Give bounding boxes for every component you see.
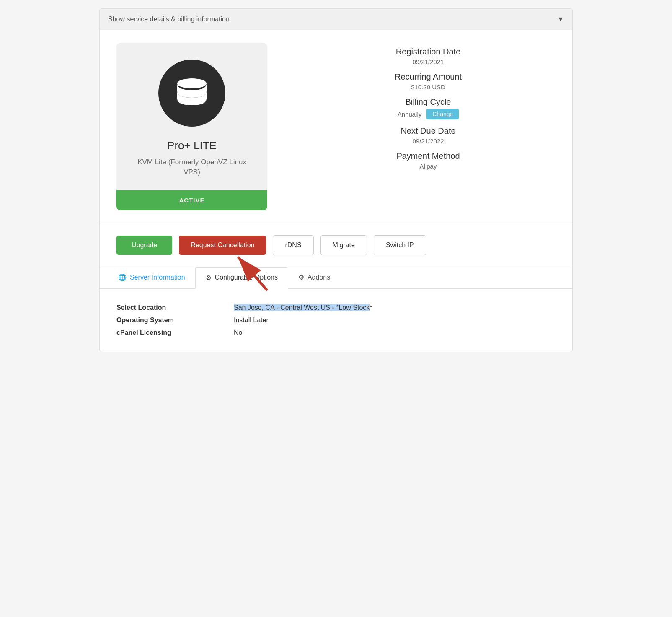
tab-server-information[interactable]: 🌐 Server Information [108, 267, 195, 289]
info-key: cPanel Licensing [116, 329, 234, 337]
product-status-badge: ACTIVE [116, 190, 267, 210]
service-info-section: Pro+ LITE KVM Lite (Formerly OpenVZ Linu… [100, 30, 572, 223]
next-due-label: Next Due Date [301, 126, 556, 136]
tab-addons[interactable]: ⚙ Addons [288, 267, 340, 289]
tab-configurable-options-label: Configurable Options [215, 274, 278, 281]
tab-server-information-label: Server Information [130, 274, 185, 281]
billing-cycle-row: Billing Cycle Annually Change [301, 97, 556, 119]
next-due-row: Next Due Date 09/21/2022 [301, 126, 556, 145]
tab-configurable-options[interactable]: ⚙ Configurable Options [195, 267, 288, 289]
tab-addons-label: Addons [308, 274, 330, 281]
dropdown-label: Show service details & billing informati… [108, 16, 230, 23]
product-card: Pro+ LITE KVM Lite (Formerly OpenVZ Linu… [116, 43, 267, 210]
tabs-section: 🌐 Server Information ⚙ Configurable Opti… [100, 267, 572, 289]
database-icon [175, 76, 209, 110]
recurring-amount-value: $10.20 USD [301, 83, 556, 91]
globe-icon: 🌐 [118, 273, 127, 281]
payment-method-label: Payment Method [301, 151, 556, 161]
next-due-value: 09/21/2022 [301, 137, 556, 145]
change-billing-cycle-button[interactable]: Change [426, 109, 459, 119]
dropdown-arrow-icon: ▼ [557, 16, 564, 23]
table-row: cPanel LicensingNo [116, 327, 556, 339]
recurring-amount-label: Recurring Amount [301, 72, 556, 82]
dropdown-header[interactable]: Show service details & billing informati… [100, 9, 572, 30]
product-icon-circle [158, 60, 225, 127]
payment-method-row: Payment Method Alipay [301, 151, 556, 170]
registration-date-value: 09/21/2021 [301, 58, 556, 65]
rdns-button[interactable]: rDNS [273, 235, 313, 255]
upgrade-button[interactable]: Upgrade [116, 236, 172, 255]
billing-info: Registration Date 09/21/2021 Recurring A… [301, 43, 556, 176]
registration-date-row: Registration Date 09/21/2021 [301, 47, 556, 65]
actions-section: Upgrade Request Cancellation rDNS Migrat… [100, 223, 572, 267]
table-row: Select LocationSan Jose, CA - Central We… [116, 301, 556, 314]
product-name: Pro+ LITE [167, 139, 217, 152]
registration-date-label: Registration Date [301, 47, 556, 57]
migrate-button[interactable]: Migrate [320, 235, 367, 255]
request-cancellation-button[interactable]: Request Cancellation [179, 236, 266, 255]
info-value: San Jose, CA - Central West US - *Low St… [234, 304, 372, 311]
billing-cycle-value-row: Annually Change [301, 109, 556, 119]
info-table: Select LocationSan Jose, CA - Central We… [116, 301, 556, 339]
info-key: Operating System [116, 316, 234, 324]
product-card-body: Pro+ LITE KVM Lite (Formerly OpenVZ Linu… [116, 43, 267, 190]
billing-cycle-label: Billing Cycle [301, 97, 556, 107]
payment-method-value: Alipay [301, 163, 556, 170]
table-row: Operating SystemInstall Later [116, 314, 556, 327]
info-key: Select Location [116, 304, 234, 311]
recurring-amount-row: Recurring Amount $10.20 USD [301, 72, 556, 91]
billing-cycle-value: Annually [398, 111, 422, 118]
gear-icon-config: ⚙ [206, 274, 212, 282]
svg-point-0 [177, 78, 207, 88]
product-subtitle: KVM Lite (Formerly OpenVZ Linux VPS) [129, 157, 255, 177]
content-section: Select LocationSan Jose, CA - Central We… [100, 289, 572, 352]
switch-ip-button[interactable]: Switch IP [374, 235, 426, 255]
gear-icon-addons: ⚙ [298, 273, 304, 281]
info-value: No [234, 329, 242, 337]
info-value: Install Later [234, 316, 269, 324]
main-container: Show service details & billing informati… [99, 8, 573, 352]
